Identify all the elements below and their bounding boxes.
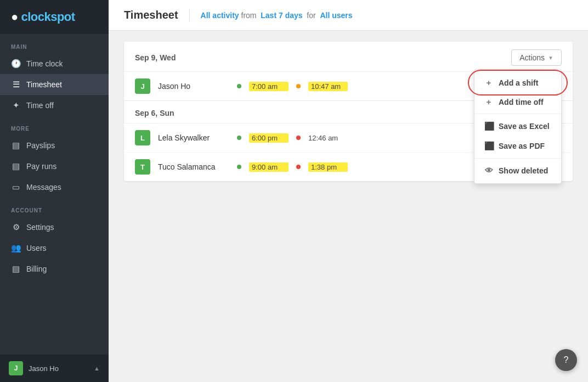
download-icon: ⬛ xyxy=(484,121,493,131)
chevron-down-icon: ▼ xyxy=(548,55,553,61)
sidebar-footer-username: Jason Ho xyxy=(29,364,59,373)
plus-icon: + xyxy=(484,78,493,87)
sidebar-item-label: Settings xyxy=(26,223,54,232)
avatar: L xyxy=(135,130,150,145)
activity-filter-link[interactable]: All activity xyxy=(201,11,239,20)
sidebar-item-timesheet[interactable]: ☰ Timesheet xyxy=(0,74,109,95)
timesheet-card: Sep 9, Wed Actions ▼ + Add a shift xyxy=(124,42,573,181)
users-icon: 👥 xyxy=(11,243,21,253)
for-label: for xyxy=(307,11,315,20)
add-shift-label: Add a shift xyxy=(499,78,538,87)
sidebar-section-label-account: ACCOUNT xyxy=(0,198,109,217)
header-divider xyxy=(189,9,190,21)
actions-label: Actions xyxy=(519,53,545,62)
add-shift-menu-item[interactable]: + Add a shift xyxy=(474,73,561,92)
sidebar-item-label: Time off xyxy=(26,101,54,110)
sidebar-item-settings[interactable]: ⚙ Settings xyxy=(0,217,109,238)
page-title: Timesheet xyxy=(124,9,178,21)
plus-icon: + xyxy=(484,97,493,106)
help-button[interactable]: ? xyxy=(555,349,577,371)
save-excel-label: Save as Excel xyxy=(499,122,550,131)
avatar: J xyxy=(9,361,23,375)
clock-out-dot xyxy=(296,84,301,88)
user-filter-link[interactable]: All users xyxy=(320,11,352,20)
sidebar-item-payslips[interactable]: ▤ Payslips xyxy=(0,135,109,156)
pay-runs-icon: ▤ xyxy=(11,161,21,171)
sidebar-item-label: Payslips xyxy=(26,141,55,150)
sidebar-item-label: Timesheet xyxy=(26,80,62,89)
sidebar-section-label-main: MAIN xyxy=(0,34,109,53)
list-icon: ☰ xyxy=(11,80,21,89)
chevron-up-icon: ▲ xyxy=(94,365,100,372)
sidebar-item-messages[interactable]: ▭ Messages xyxy=(0,177,109,198)
actions-area: Actions ▼ + Add a shift + xyxy=(511,49,562,66)
clock-in-dot xyxy=(237,165,241,169)
from-label: from xyxy=(241,11,257,20)
sidebar-item-label: Pay runs xyxy=(26,162,56,171)
content-area: Sep 9, Wed Actions ▼ + Add a shift xyxy=(109,31,588,382)
clock-out-time: 12:46 am xyxy=(308,134,348,142)
clock-in-dot xyxy=(237,136,241,140)
logo-text: clockspot xyxy=(21,10,75,24)
app-logo: ● clockspot xyxy=(0,0,109,34)
messages-icon: ▭ xyxy=(11,182,21,192)
show-deleted-label: Show deleted xyxy=(499,166,548,175)
clock-out-time: 10:47 am xyxy=(308,82,348,91)
clock-icon: 🕐 xyxy=(11,59,21,69)
sidebar-item-label: Messages xyxy=(26,183,61,192)
day-date: Sep 9, Wed xyxy=(135,53,176,62)
download-icon: ⬛ xyxy=(484,141,493,151)
sidebar: ● clockspot MAIN 🕐 Time clock ☰ Timeshee… xyxy=(0,0,109,382)
sidebar-footer[interactable]: J Jason Ho ▲ xyxy=(0,355,109,382)
user-name: Lela Skywalker xyxy=(158,133,229,142)
header-filter: All activity from Last 7 days for All us… xyxy=(201,11,353,20)
sidebar-section-account: ACCOUNT ⚙ Settings 👥 Users ▤ Billing xyxy=(0,198,109,279)
avatar: T xyxy=(135,159,150,175)
clock-out-dot xyxy=(296,136,301,140)
add-time-off-menu-item[interactable]: + Add time off xyxy=(474,92,561,111)
actions-button[interactable]: Actions ▼ xyxy=(511,49,562,66)
clock-out-time: 1:38 pm xyxy=(308,162,348,172)
sidebar-item-time-off[interactable]: ✦ Time off xyxy=(0,95,109,116)
clock-in-time: 6:00 pm xyxy=(249,133,289,143)
settings-icon: ⚙ xyxy=(11,222,21,232)
sidebar-item-label: Time clock xyxy=(26,59,63,68)
sidebar-item-label: Users xyxy=(26,244,47,252)
sidebar-item-users[interactable]: 👥 Users xyxy=(0,238,109,259)
day-header-sep9: Sep 9, Wed Actions ▼ + Add a shift xyxy=(124,42,573,72)
dropdown-divider-2 xyxy=(474,158,561,159)
sidebar-section-main: MAIN 🕐 Time clock ☰ Timesheet ✦ Time off xyxy=(0,34,109,116)
sidebar-item-billing[interactable]: ▤ Billing xyxy=(0,259,109,279)
dropdown-divider xyxy=(474,114,561,114)
sidebar-item-label: Billing xyxy=(26,265,47,273)
main-content: Timesheet All activity from Last 7 days … xyxy=(109,0,588,382)
save-pdf-label: Save as PDF xyxy=(499,142,545,150)
actions-dropdown-menu: + Add a shift + Add time off ⬛ Save as E… xyxy=(474,69,562,184)
sun-icon: ✦ xyxy=(11,100,21,110)
sidebar-section-more: MORE ▤ Payslips ▤ Pay runs ▭ Messages xyxy=(0,116,109,198)
sidebar-item-time-clock[interactable]: 🕐 Time clock xyxy=(0,53,109,74)
date-range-link[interactable]: Last 7 days xyxy=(261,11,302,20)
eye-icon: 👁 xyxy=(484,166,493,175)
show-deleted-menu-item[interactable]: 👁 Show deleted xyxy=(474,161,561,180)
avatar: J xyxy=(135,78,150,94)
user-name: Jason Ho xyxy=(158,82,229,91)
save-pdf-menu-item[interactable]: ⬛ Save as PDF xyxy=(474,136,561,156)
clock-in-time: 9:00 am xyxy=(249,162,289,172)
sidebar-item-pay-runs[interactable]: ▤ Pay runs xyxy=(0,156,109,177)
billing-icon: ▤ xyxy=(11,264,21,274)
clock-out-dot xyxy=(296,165,301,169)
user-name: Tuco Salamanca xyxy=(158,162,229,171)
save-excel-menu-item[interactable]: ⬛ Save as Excel xyxy=(474,116,561,136)
header: Timesheet All activity from Last 7 days … xyxy=(109,0,588,31)
clock-in-time: 7:00 am xyxy=(249,82,289,91)
add-time-off-label: Add time off xyxy=(499,98,544,106)
sidebar-section-label-more: MORE xyxy=(0,116,109,135)
day-section-sep9: Sep 9, Wed Actions ▼ + Add a shift xyxy=(124,42,573,100)
day-date: Sep 6, Sun xyxy=(135,109,174,117)
clock-in-dot xyxy=(237,84,241,88)
payslips-icon: ▤ xyxy=(11,141,21,150)
